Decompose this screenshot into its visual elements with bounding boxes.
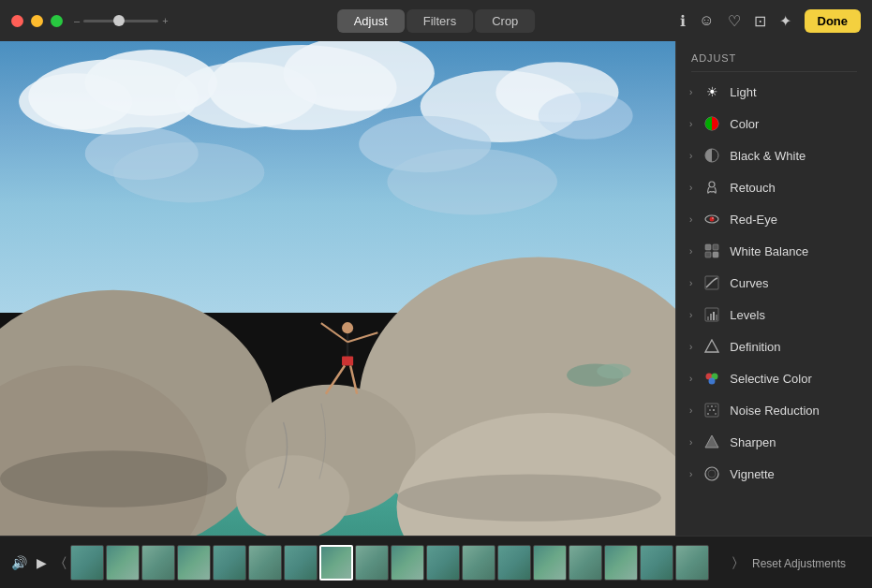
adjust-item-light[interactable]: › ☀ Light bbox=[676, 76, 872, 108]
adjust-item-levels[interactable]: › Levels bbox=[676, 299, 872, 331]
film-frame[interactable] bbox=[604, 545, 638, 581]
svg-rect-55 bbox=[713, 409, 715, 411]
film-frame[interactable] bbox=[391, 545, 424, 581]
film-frame[interactable] bbox=[70, 545, 104, 581]
svg-point-59 bbox=[705, 467, 718, 480]
close-button[interactable] bbox=[11, 15, 23, 27]
film-frames bbox=[70, 545, 729, 581]
adjust-item-whitebalance[interactable]: › White Balance bbox=[676, 235, 872, 267]
item-label-levels: Levels bbox=[730, 308, 765, 322]
film-frame[interactable] bbox=[106, 545, 140, 581]
chevron-icon: › bbox=[689, 437, 692, 448]
svg-line-27 bbox=[347, 332, 377, 342]
adjust-item-vignette[interactable]: › Vignette bbox=[676, 458, 872, 490]
reset-adjustments-button[interactable]: Reset Adjustments bbox=[752, 557, 846, 570]
film-frame[interactable] bbox=[462, 545, 495, 581]
film-frame[interactable] bbox=[355, 545, 389, 581]
filmstrip-left-arrow[interactable]: 〈 bbox=[58, 554, 70, 570]
film-frame-selected[interactable] bbox=[319, 545, 353, 581]
chevron-icon: › bbox=[689, 119, 692, 129]
svg-marker-58 bbox=[705, 435, 718, 448]
svg-rect-52 bbox=[711, 405, 713, 407]
film-frame[interactable] bbox=[426, 545, 460, 581]
right-icons: ℹ ☺ ♡ ⊡ ✦ Done bbox=[680, 9, 861, 33]
svg-point-5 bbox=[175, 62, 317, 128]
tab-crop[interactable]: Crop bbox=[475, 9, 535, 33]
info-button[interactable]: ℹ bbox=[680, 12, 686, 30]
filmstrip-right-arrow[interactable]: 〉 bbox=[729, 554, 741, 570]
item-label-vignette: Vignette bbox=[730, 467, 774, 481]
minimize-button[interactable] bbox=[31, 15, 43, 27]
film-frame[interactable] bbox=[533, 545, 567, 581]
right-panel: ADJUST › ☀ Light › Color bbox=[675, 41, 872, 536]
svg-point-60 bbox=[708, 470, 716, 478]
film-frame[interactable] bbox=[675, 545, 709, 581]
chevron-icon: › bbox=[689, 214, 692, 225]
svg-rect-44 bbox=[713, 312, 715, 320]
chevron-icon: › bbox=[689, 405, 692, 416]
color-icon bbox=[703, 115, 720, 132]
svg-point-2 bbox=[19, 73, 132, 130]
volume-button[interactable]: 🔊 bbox=[11, 555, 27, 570]
whitebalance-icon bbox=[703, 243, 720, 259]
heart-button[interactable]: ♡ bbox=[728, 12, 741, 30]
maximize-button[interactable] bbox=[51, 15, 63, 27]
levels-icon bbox=[703, 306, 720, 323]
tab-filters[interactable]: Filters bbox=[406, 9, 473, 33]
svg-point-20 bbox=[397, 474, 661, 521]
item-label-definition: Definition bbox=[730, 340, 780, 354]
chevron-icon: › bbox=[689, 278, 692, 288]
item-label-sharpen: Sharpen bbox=[730, 435, 776, 449]
item-label-retouch: Retouch bbox=[730, 181, 775, 195]
magic-button[interactable]: ✦ bbox=[779, 12, 791, 30]
adjust-item-noisereduction[interactable]: › Noise Reduction bbox=[676, 394, 872, 426]
svg-rect-53 bbox=[715, 405, 717, 407]
film-frame[interactable] bbox=[213, 545, 246, 581]
film-frame[interactable] bbox=[177, 545, 211, 581]
svg-point-22 bbox=[342, 322, 353, 333]
film-frame[interactable] bbox=[141, 545, 175, 581]
item-label-whitebalance: White Balance bbox=[730, 244, 808, 258]
svg-rect-23 bbox=[342, 356, 353, 365]
item-label-bw: Black & White bbox=[730, 149, 805, 163]
film-frame[interactable] bbox=[248, 545, 282, 581]
svg-rect-51 bbox=[707, 405, 709, 407]
svg-rect-56 bbox=[707, 413, 709, 415]
adjust-item-retouch[interactable]: › Retouch bbox=[676, 171, 872, 203]
window-controls bbox=[11, 15, 63, 27]
film-frame[interactable] bbox=[284, 545, 318, 581]
adjust-item-bw[interactable]: › Black & White bbox=[676, 140, 872, 171]
svg-point-34 bbox=[710, 217, 715, 222]
adjust-item-selectivecolor[interactable]: › Selective Color bbox=[676, 362, 872, 394]
bottom-right: Reset Adjustments bbox=[741, 554, 872, 571]
zoom-slider[interactable]: – + bbox=[74, 15, 169, 26]
adjust-item-color[interactable]: › Color bbox=[676, 108, 872, 140]
svg-rect-42 bbox=[707, 316, 709, 320]
adjust-item-redeye[interactable]: › Red-Eye bbox=[676, 203, 872, 235]
adjust-item-curves[interactable]: › Curves bbox=[676, 267, 872, 299]
tab-adjust[interactable]: Adjust bbox=[337, 9, 405, 33]
svg-point-8 bbox=[539, 92, 633, 139]
adjust-list: › ☀ Light › Color › bbox=[676, 72, 872, 536]
svg-point-35 bbox=[713, 217, 715, 219]
chevron-icon: › bbox=[689, 469, 692, 479]
adjust-item-sharpen[interactable]: › Sharpen bbox=[676, 426, 872, 458]
film-frame[interactable] bbox=[640, 545, 673, 581]
emoji-button[interactable]: ☺ bbox=[699, 12, 714, 29]
film-frame[interactable] bbox=[569, 545, 602, 581]
bottom-bar: 🔊 ▶ 〈 〉 Reset Adjustments bbox=[0, 536, 872, 588]
selectivecolor-icon bbox=[703, 370, 720, 387]
vignette-icon bbox=[703, 465, 720, 482]
photo-area bbox=[0, 41, 675, 536]
done-button[interactable]: Done bbox=[805, 9, 862, 33]
adjust-item-definition[interactable]: › Definition bbox=[676, 331, 872, 362]
panel-title: ADJUST bbox=[676, 41, 872, 71]
item-label-color: Color bbox=[730, 117, 759, 131]
film-frame[interactable] bbox=[497, 545, 531, 581]
retouch-icon bbox=[703, 179, 720, 196]
svg-rect-54 bbox=[709, 409, 711, 411]
playback-controls: 🔊 ▶ bbox=[0, 555, 58, 570]
frame-button[interactable]: ⊡ bbox=[754, 12, 766, 30]
play-button[interactable]: ▶ bbox=[37, 555, 47, 570]
rocks-svg bbox=[0, 165, 675, 536]
